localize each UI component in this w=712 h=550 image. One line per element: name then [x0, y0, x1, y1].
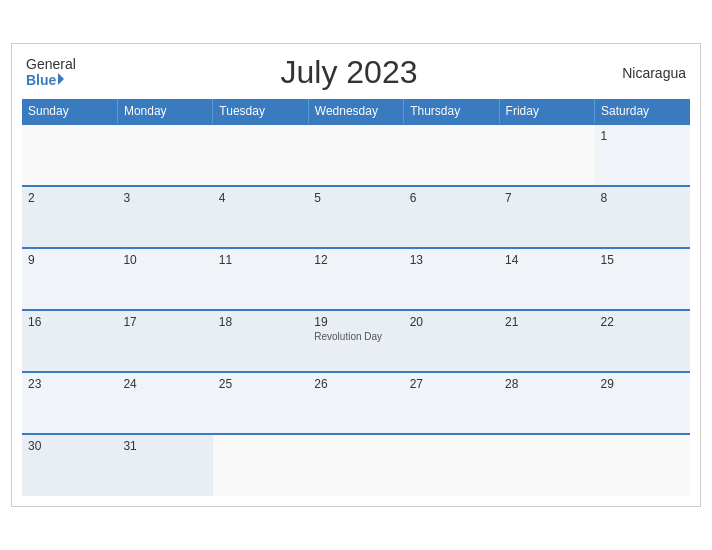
calendar-cell: 5: [308, 186, 403, 248]
calendar-cell: [499, 124, 594, 186]
calendar-cell: 25: [213, 372, 308, 434]
day-number: 12: [314, 253, 397, 267]
logo-general-text: General: [26, 57, 76, 72]
day-number: 5: [314, 191, 397, 205]
day-number: 10: [123, 253, 206, 267]
day-number: 9: [28, 253, 111, 267]
calendar-cell: [308, 124, 403, 186]
calendar-cell: 29: [595, 372, 690, 434]
event-label: Revolution Day: [314, 331, 397, 342]
day-number: 6: [410, 191, 493, 205]
day-number: 14: [505, 253, 588, 267]
day-header-friday: Friday: [499, 99, 594, 124]
calendar-cell: 4: [213, 186, 308, 248]
day-number: 20: [410, 315, 493, 329]
week-row-1: 1: [22, 124, 690, 186]
day-number: 24: [123, 377, 206, 391]
day-number: 8: [601, 191, 684, 205]
day-number: 13: [410, 253, 493, 267]
day-number: 22: [601, 315, 684, 329]
day-number: 18: [219, 315, 302, 329]
day-number: 31: [123, 439, 206, 453]
calendar-cell: 6: [404, 186, 499, 248]
day-number: 27: [410, 377, 493, 391]
calendar-cell: [308, 434, 403, 496]
calendar-cell: 2: [22, 186, 117, 248]
day-number: 3: [123, 191, 206, 205]
day-number: 17: [123, 315, 206, 329]
calendar-cell: 3: [117, 186, 212, 248]
calendar-cell: 20: [404, 310, 499, 372]
day-number: 4: [219, 191, 302, 205]
logo: General Blue: [26, 57, 76, 88]
calendar-grid: SundayMondayTuesdayWednesdayThursdayFrid…: [22, 99, 690, 496]
calendar-cell: 15: [595, 248, 690, 310]
days-header-row: SundayMondayTuesdayWednesdayThursdayFrid…: [22, 99, 690, 124]
calendar-cell: 22: [595, 310, 690, 372]
calendar-cell: 9: [22, 248, 117, 310]
calendar-container: General Blue July 2023 Nicaragua SundayM…: [11, 43, 701, 507]
day-number: 7: [505, 191, 588, 205]
calendar-cell: [213, 434, 308, 496]
calendar-cell: 8: [595, 186, 690, 248]
calendar-cell: 14: [499, 248, 594, 310]
calendar-cell: [595, 434, 690, 496]
logo-blue-text: Blue: [26, 73, 64, 88]
day-header-wednesday: Wednesday: [308, 99, 403, 124]
day-number: 1: [601, 129, 684, 143]
calendar-cell: 11: [213, 248, 308, 310]
calendar-cell: 10: [117, 248, 212, 310]
calendar-cell: 18: [213, 310, 308, 372]
calendar-cell: [22, 124, 117, 186]
day-header-sunday: Sunday: [22, 99, 117, 124]
calendar-cell: 7: [499, 186, 594, 248]
calendar-cell: 24: [117, 372, 212, 434]
day-number: 21: [505, 315, 588, 329]
calendar-cell: 1: [595, 124, 690, 186]
day-header-monday: Monday: [117, 99, 212, 124]
day-number: 25: [219, 377, 302, 391]
day-number: 28: [505, 377, 588, 391]
calendar-cell: 26: [308, 372, 403, 434]
day-number: 19: [314, 315, 397, 329]
calendar-cell: 31: [117, 434, 212, 496]
calendar-cell: 19Revolution Day: [308, 310, 403, 372]
calendar-cell: [404, 124, 499, 186]
calendar-cell: 23: [22, 372, 117, 434]
day-number: 29: [601, 377, 684, 391]
calendar-cell: 27: [404, 372, 499, 434]
calendar-cell: [117, 124, 212, 186]
calendar-cell: [499, 434, 594, 496]
week-row-2: 2345678: [22, 186, 690, 248]
calendar-title: July 2023: [281, 54, 418, 91]
day-number: 2: [28, 191, 111, 205]
day-header-tuesday: Tuesday: [213, 99, 308, 124]
calendar-cell: 21: [499, 310, 594, 372]
week-row-6: 3031: [22, 434, 690, 496]
day-number: 11: [219, 253, 302, 267]
week-row-3: 9101112131415: [22, 248, 690, 310]
calendar-cell: 30: [22, 434, 117, 496]
calendar-cell: 12: [308, 248, 403, 310]
calendar-cell: [404, 434, 499, 496]
week-row-4: 16171819Revolution Day202122: [22, 310, 690, 372]
calendar-cell: 16: [22, 310, 117, 372]
day-number: 26: [314, 377, 397, 391]
day-header-saturday: Saturday: [595, 99, 690, 124]
calendar-cell: [213, 124, 308, 186]
calendar-cell: 17: [117, 310, 212, 372]
week-row-5: 23242526272829: [22, 372, 690, 434]
day-number: 23: [28, 377, 111, 391]
day-number: 15: [601, 253, 684, 267]
logo-triangle-icon: [58, 73, 64, 85]
calendar-country: Nicaragua: [622, 65, 686, 81]
calendar-cell: 13: [404, 248, 499, 310]
day-number: 16: [28, 315, 111, 329]
calendar-cell: 28: [499, 372, 594, 434]
day-header-thursday: Thursday: [404, 99, 499, 124]
calendar-header: General Blue July 2023 Nicaragua: [22, 54, 690, 91]
day-number: 30: [28, 439, 111, 453]
